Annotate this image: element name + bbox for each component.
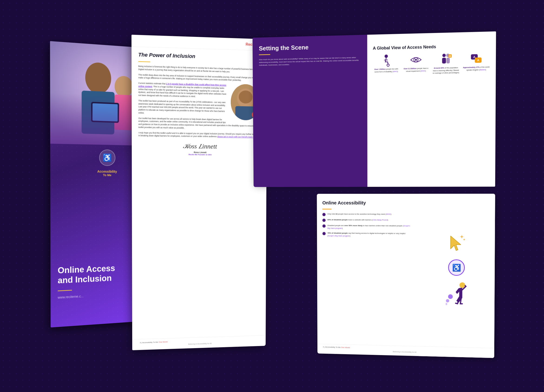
bullet-2: 69% of disabled people leave a website w… — [322, 218, 413, 222]
stat-language: A A Approximately 17% of the world speak… — [462, 52, 490, 74]
cover-title-line1: Online Access — [58, 263, 115, 275]
svg-point-15 — [442, 54, 445, 57]
svg-text:A: A — [449, 55, 451, 57]
title-underline2 — [322, 209, 331, 209]
global-view: A Global View of Access Needs — [373, 38, 490, 75]
page4-inner: Online Accessibility Only 1 in 10 people… — [317, 194, 495, 358]
heart-accessibility-icon: ♿ — [448, 259, 465, 276]
accessibility-bullets: Only 1 in 10 people have access to the a… — [322, 213, 413, 238]
svg-point-30 — [448, 294, 453, 299]
power-body1: Being inclusive is foremost the right th… — [138, 65, 260, 74]
stat-learning-label: Around 20% of the population have a lear… — [432, 66, 459, 75]
accessibility-icon: ♿ — [99, 149, 115, 166]
learning-icon: A — [440, 53, 452, 65]
setting-title: Setting the Scene — [259, 42, 361, 52]
svg-point-31 — [446, 299, 449, 302]
accessibility-figure-icon — [445, 280, 467, 318]
page4-one-world: One World — [341, 346, 349, 349]
stat-disability-label: Over 1 Billion people live with some for… — [373, 68, 399, 73]
cover-url: www.reciteme.c... — [58, 294, 83, 299]
bullet-3: Disabled people are over 50% more likely… — [322, 224, 413, 230]
power-body2: This toolkit deep-dives into the key are… — [138, 73, 260, 82]
global-view-title: A Global View of Access Needs — [373, 43, 490, 51]
bullet-dot-3 — [322, 224, 325, 227]
setting-scene-left: Setting the Scene How much do you know a… — [252, 35, 367, 187]
page4-online-accessibility: Online Accessibility Only 1 in 10 people… — [317, 194, 495, 358]
page4-left: Online Accessibility Only 1 in 10 people… — [317, 194, 419, 356]
svg-rect-17 — [442, 58, 446, 63]
brand-name: Accessibility — [97, 169, 117, 173]
page3-num: 3 | Accessibility To Me One World — [140, 341, 167, 344]
page4-right: ♿ — [419, 194, 495, 358]
title-underline — [138, 61, 150, 62]
svg-text:A: A — [477, 58, 479, 62]
cover-title-line2: and Inclusion — [58, 273, 112, 285]
bullet-1: Only 1 in 10 people have access to the a… — [322, 213, 413, 216]
stat-language-label: Approximately 17% of the world speaks En… — [462, 66, 490, 71]
bullet-4: 78% of disabled people say that having a… — [322, 232, 413, 238]
power-of-inclusion-title: The Power of Inclusion — [138, 52, 260, 61]
contact-link[interactable]: please get in touch with our friendly te… — [217, 135, 257, 138]
svg-rect-18 — [446, 58, 450, 63]
language-icon: A A — [470, 52, 482, 65]
eye-icon — [410, 53, 422, 66]
cover-logo-area: ♿ Accessibility To Me — [97, 149, 117, 177]
brand-sub: To Me — [97, 173, 117, 177]
gold-underline — [259, 54, 270, 55]
svg-point-12 — [387, 64, 389, 66]
bullet-dot-4 — [322, 232, 325, 235]
bullet-dot-1 — [322, 213, 325, 216]
signature-area: 𝒦oss 𝐿innett Ross Linnett Recite Me Foun… — [138, 142, 260, 156]
page-middle: Reciteme The Power of Inclusion Being in… — [131, 35, 267, 350]
power-body6: I truly hope you find this toolkit usefu… — [138, 131, 260, 138]
page3-footer: 3 | Accessibility To Me One World Believ… — [132, 335, 265, 350]
global-view-section: A Global View of Access Needs — [367, 31, 496, 187]
gold-line — [58, 290, 72, 291]
page4-num: 4 | Accessibility To Me — [323, 346, 340, 348]
cover-brand: Accessibility To Me — [97, 169, 117, 177]
svg-point-11 — [384, 54, 388, 58]
stat-visual: Over 2.2 Billion people have a visual im… — [402, 53, 429, 75]
svg-point-29 — [459, 282, 465, 288]
wheelchair-icon — [380, 54, 392, 67]
stat-learning: A Around 20% of the population have a le… — [432, 52, 460, 74]
page-setting: Setting the Scene How much do you know a… — [252, 31, 496, 187]
stat-disability: Over 1 Billion people live with some for… — [373, 54, 399, 75]
pages-right: Setting the Scene How much do you know a… — [252, 31, 496, 358]
signature: 𝒦oss 𝐿innett — [138, 142, 260, 151]
svg-point-14 — [415, 59, 417, 61]
setting-body: How much do you know about web accessibi… — [259, 56, 361, 67]
svg-point-32 — [445, 303, 447, 305]
stats-row: Over 1 Billion people live with some for… — [373, 52, 490, 75]
stat-visual-label: Over 2.2 Billion people have a visual im… — [402, 67, 429, 73]
cursor-icon — [447, 233, 466, 255]
online-acc-title: Online Accessibility — [322, 200, 413, 205]
scene: ♿ Accessibility To Me 🌍 One World Online… — [51, 34, 493, 359]
bullet-dot-2 — [322, 219, 325, 222]
